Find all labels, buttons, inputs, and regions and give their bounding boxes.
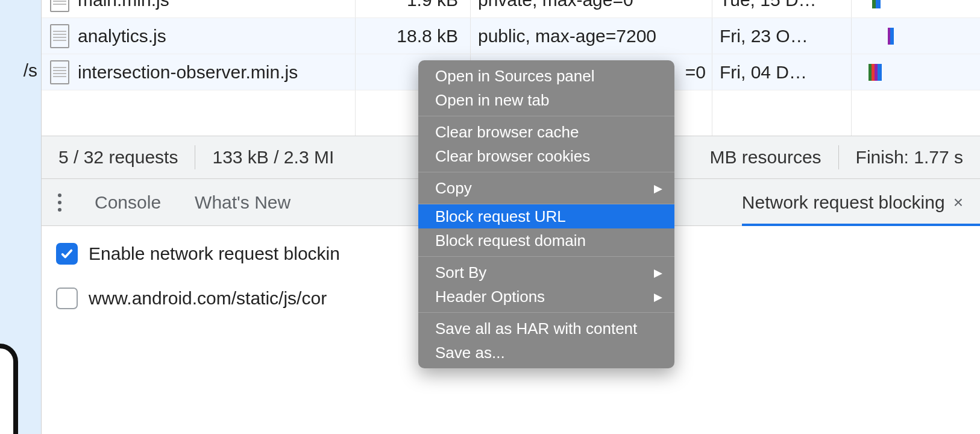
file-icon xyxy=(50,24,69,48)
cache-cell: public, max-age=7200 xyxy=(471,26,712,46)
date-cell: Fri, 04 D… xyxy=(712,62,851,83)
tab-whats-new[interactable]: What's New xyxy=(178,179,307,225)
devtools-panel: main.min.js 1.9 kB private, max-age=0 Tu… xyxy=(41,0,980,434)
cache-cell: private, max-age=0 xyxy=(471,0,712,10)
menu-block-request-domain[interactable]: Block request domain xyxy=(418,228,674,253)
menu-label: Copy xyxy=(435,179,472,198)
file-icon xyxy=(50,60,69,84)
tab-label: What's New xyxy=(195,192,291,213)
file-name: intersection-observer.min.js xyxy=(78,62,298,83)
svg-marker-0 xyxy=(654,185,662,193)
menu-clear-browser-cache[interactable]: Clear browser cache xyxy=(418,120,674,144)
menu-open-in-new-tab[interactable]: Open in new tab xyxy=(418,88,674,112)
table-row[interactable]: analytics.js 18.8 kB public, max-age=720… xyxy=(42,18,980,54)
menu-clear-browser-cookies[interactable]: Clear browser cookies xyxy=(418,144,674,168)
context-menu: Open in Sources panel Open in new tab Cl… xyxy=(418,60,674,368)
truncated-text: /s xyxy=(24,60,37,81)
tab-console[interactable]: Console xyxy=(78,179,178,225)
menu-save-as[interactable]: Save as... xyxy=(418,341,674,365)
svg-marker-2 xyxy=(654,294,662,302)
waterfall-cell xyxy=(852,0,980,17)
menu-label: Open in new tab xyxy=(435,91,549,110)
menu-label: Open in Sources panel xyxy=(435,67,595,86)
menu-label: Clear browser cache xyxy=(435,123,579,142)
status-resources: MB resources xyxy=(710,147,821,168)
checkbox-checked-icon[interactable] xyxy=(56,243,78,265)
submenu-arrow-icon xyxy=(654,288,662,306)
submenu-arrow-icon xyxy=(654,179,662,198)
waterfall-cell xyxy=(852,54,980,90)
size-cell: 18.8 kB xyxy=(356,26,470,46)
status-finish: Finish: 1.77 s xyxy=(856,147,963,168)
menu-copy[interactable]: Copy xyxy=(418,176,674,200)
menu-label: Save as... xyxy=(435,344,505,362)
file-name: analytics.js xyxy=(78,26,166,46)
menu-label: Block request domain xyxy=(435,231,586,250)
date-cell: Tue, 15 D… xyxy=(712,0,851,10)
waterfall-cell xyxy=(852,18,980,54)
date-cell: Fri, 23 O… xyxy=(712,26,851,46)
file-icon xyxy=(50,0,69,12)
menu-label: Block request URL xyxy=(435,207,566,226)
table-row[interactable]: main.min.js 1.9 kB private, max-age=0 Tu… xyxy=(42,0,980,18)
menu-label: Sort By xyxy=(435,263,486,282)
menu-header-options[interactable]: Header Options xyxy=(418,285,674,309)
close-icon[interactable]: × xyxy=(953,193,963,212)
status-transferred: 133 kB / 2.3 MI xyxy=(212,147,334,168)
svg-marker-1 xyxy=(654,269,662,278)
menu-sort-by[interactable]: Sort By xyxy=(418,260,674,285)
enable-blocking-label: Enable network request blockin xyxy=(89,244,340,264)
left-gutter: /s xyxy=(0,0,41,434)
device-frame-edge xyxy=(0,344,18,434)
tab-network-request-blocking[interactable]: Network request blocking × xyxy=(742,179,980,225)
menu-label: Header Options xyxy=(435,288,545,306)
tab-label: Network request blocking xyxy=(742,192,945,213)
size-cell: 1.9 kB xyxy=(356,0,470,10)
menu-label: Clear browser cookies xyxy=(435,147,590,166)
more-tabs-button[interactable] xyxy=(42,179,78,225)
blocking-pattern-label: www.android.com/static/js/cor xyxy=(89,288,327,309)
menu-save-all-as-har[interactable]: Save all as HAR with content xyxy=(418,316,674,341)
menu-block-request-url[interactable]: Block request URL xyxy=(418,204,674,228)
checkbox-unchecked-icon[interactable] xyxy=(56,288,78,309)
submenu-arrow-icon xyxy=(654,263,662,282)
file-name: main.min.js xyxy=(78,0,169,10)
status-requests: 5 / 32 requests xyxy=(58,147,178,168)
menu-open-in-sources[interactable]: Open in Sources panel xyxy=(418,64,674,88)
menu-label: Save all as HAR with content xyxy=(435,319,637,338)
tab-label: Console xyxy=(95,192,161,213)
